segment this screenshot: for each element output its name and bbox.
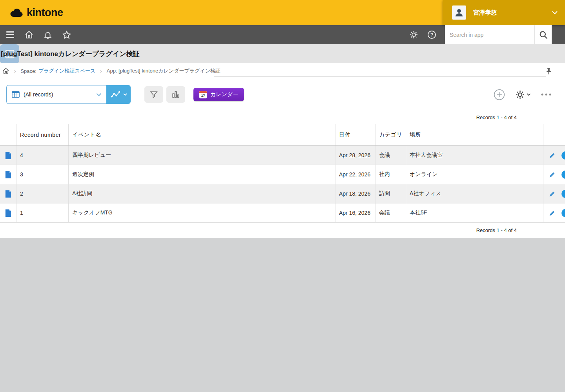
chevron-down-icon bbox=[96, 93, 102, 96]
record-list-content: (All records) bbox=[0, 79, 565, 238]
kintone-logo[interactable]: kintone bbox=[0, 7, 63, 19]
place-cell: A社オフィス bbox=[406, 184, 543, 203]
calendar-day-number: 17 bbox=[199, 93, 207, 98]
record-number-cell: 4 bbox=[16, 146, 69, 165]
row-actions bbox=[543, 165, 565, 184]
date-cell: Apr 16, 2026 bbox=[335, 203, 375, 222]
more-options-button[interactable] bbox=[540, 93, 552, 96]
view-settings-gear-icon bbox=[515, 90, 525, 100]
breadcrumb: › Space: プラグイン検証スペース › App: [plugTest] k… bbox=[0, 63, 565, 79]
options-ellipsis-icon bbox=[540, 93, 552, 96]
chevron-down-icon bbox=[552, 11, 558, 15]
table-header-row: Record number イベント名 日付 カテゴリ 場所 bbox=[0, 124, 565, 146]
record-number-cell: 1 bbox=[16, 203, 69, 222]
chart-button[interactable] bbox=[166, 86, 185, 103]
category-cell: 社内 bbox=[375, 165, 406, 184]
pin-icon[interactable] bbox=[546, 67, 552, 74]
place-cell: 本社5F bbox=[406, 203, 543, 222]
space-label: Space: bbox=[20, 68, 36, 74]
header-date: 日付 bbox=[335, 124, 375, 145]
space-link[interactable]: プラグイン検証スペース bbox=[38, 67, 95, 74]
edit-pencil-icon[interactable] bbox=[549, 191, 556, 197]
records-count-bottom: Records 1 - 4 of 4 bbox=[0, 227, 565, 238]
breadcrumb-home-icon[interactable] bbox=[2, 67, 9, 74]
event-name-cell: 四半期レビュー bbox=[69, 146, 335, 165]
app-title: [plugTest] kintoneカレンダープラグイン検証 bbox=[0, 49, 140, 58]
date-cell: Apr 28, 2026 bbox=[335, 146, 375, 165]
table-row: 1 キックオフMTG Apr 16, 2026 会議 本社5F bbox=[0, 203, 565, 223]
view-selector-dropdown[interactable]: (All records) bbox=[6, 85, 106, 104]
place-cell: 本社大会議室 bbox=[406, 146, 543, 165]
notifications-bell-icon[interactable] bbox=[43, 30, 53, 40]
record-document-icon bbox=[5, 152, 11, 159]
date-cell: Apr 22, 2026 bbox=[335, 165, 375, 184]
kintone-cloud-icon bbox=[9, 7, 24, 18]
open-record-cell[interactable] bbox=[0, 146, 16, 165]
edit-pencil-icon[interactable] bbox=[549, 171, 556, 178]
table-view-icon bbox=[11, 91, 20, 98]
settings-gear-icon[interactable] bbox=[409, 30, 418, 40]
graph-view-button[interactable] bbox=[106, 85, 131, 104]
breadcrumb-underline bbox=[214, 76, 546, 77]
header-actions-column bbox=[543, 124, 565, 145]
search-box bbox=[445, 25, 552, 44]
hamburger-menu-icon[interactable] bbox=[5, 30, 15, 40]
edit-pencil-icon[interactable] bbox=[549, 210, 556, 216]
view-settings-button[interactable] bbox=[515, 90, 531, 100]
user-avatar-icon bbox=[452, 5, 466, 20]
record-document-icon bbox=[5, 209, 11, 217]
header-record-number: Record number bbox=[16, 124, 69, 145]
open-record-cell[interactable] bbox=[0, 184, 16, 203]
event-name-cell: キックオフMTG bbox=[69, 203, 335, 222]
view-selector-value: (All records) bbox=[24, 91, 96, 98]
row-actions bbox=[543, 146, 565, 165]
view-toolbar: (All records) bbox=[0, 85, 565, 104]
clipped-action-icon[interactable] bbox=[561, 151, 565, 160]
clipped-action-icon[interactable] bbox=[561, 190, 565, 198]
category-cell: 訪問 bbox=[375, 184, 406, 203]
clipped-action-icon[interactable] bbox=[561, 171, 565, 179]
crumb-separator: › bbox=[100, 67, 102, 75]
records-count-top: Records 1 - 4 of 4 bbox=[0, 114, 565, 120]
open-record-cell[interactable] bbox=[0, 165, 16, 184]
table-row: 3 週次定例 Apr 22, 2026 社内 オンライン bbox=[0, 165, 565, 184]
calendar-plugin-button[interactable]: 17 カレンダー bbox=[193, 88, 244, 101]
clipped-action-icon[interactable] bbox=[561, 209, 565, 217]
nav-left-icons bbox=[0, 30, 71, 40]
open-record-cell[interactable] bbox=[0, 203, 16, 222]
record-document-icon bbox=[5, 190, 11, 198]
header-place: 場所 bbox=[406, 124, 543, 145]
filter-button[interactable] bbox=[144, 86, 163, 103]
user-name: 宮澤孝慈 bbox=[473, 9, 552, 16]
search-input[interactable] bbox=[445, 25, 534, 44]
add-record-button[interactable] bbox=[494, 89, 505, 100]
app-crumb: App: [plugTest] kintoneカレンダープラグイン検証 bbox=[107, 67, 221, 74]
header-category: カテゴリ bbox=[375, 124, 406, 145]
record-document-icon bbox=[5, 171, 11, 178]
header-event-name: イベント名 bbox=[69, 124, 335, 145]
help-icon[interactable]: ? bbox=[427, 30, 436, 40]
table-row: 4 四半期レビュー Apr 28, 2026 会議 本社大会議室 bbox=[0, 146, 565, 165]
toolbar-right bbox=[494, 89, 552, 100]
calendar-button-label: カレンダー bbox=[210, 91, 238, 98]
favorites-star-icon[interactable] bbox=[62, 30, 71, 40]
table-row: 2 A社訪問 Apr 18, 2026 訪問 A社オフィス bbox=[0, 184, 565, 203]
add-record-plus-icon bbox=[494, 89, 505, 100]
crumb-separator: › bbox=[14, 67, 16, 75]
row-actions bbox=[543, 184, 565, 203]
place-cell: オンライン bbox=[406, 165, 543, 184]
user-menu[interactable]: 宮澤孝慈 bbox=[443, 0, 565, 25]
date-cell: Apr 18, 2026 bbox=[335, 184, 375, 203]
home-icon[interactable] bbox=[24, 30, 34, 40]
category-cell: 会議 bbox=[375, 146, 406, 165]
event-name-cell: A社訪問 bbox=[69, 184, 335, 203]
header-icon-column bbox=[0, 124, 16, 145]
search-button[interactable] bbox=[534, 25, 552, 44]
edit-pencil-icon[interactable] bbox=[549, 152, 556, 159]
graph-view-icon bbox=[110, 90, 121, 99]
record-number-cell: 2 bbox=[16, 184, 69, 203]
svg-text:?: ? bbox=[430, 32, 433, 38]
search-icon bbox=[539, 30, 548, 40]
topbar: kintone 宮澤孝慈 bbox=[0, 0, 565, 25]
chevron-down-icon bbox=[123, 93, 127, 96]
